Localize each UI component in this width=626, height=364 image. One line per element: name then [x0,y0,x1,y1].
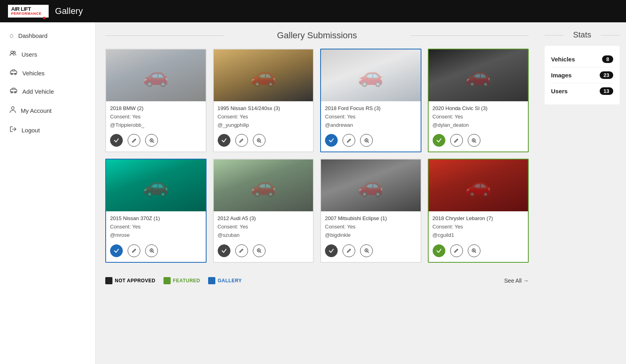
card-info-1: 2018 BMW (2) Consent: Yes @Trippierobb_ [106,101,206,131]
logo-area: AIR LIFT PERFORMANCE Gallery [8,5,83,18]
approve-btn-6[interactable] [218,244,230,257]
sidebar-label-logout: Logout [22,127,40,134]
edit-btn-7[interactable] [343,244,355,257]
card-actions-6 [214,241,313,262]
header-title: Gallery [55,6,83,16]
car-name-8: 2018 Chrysler Lebaron (7) [433,214,524,223]
logo-name: AIR LIFT [11,6,41,12]
car-name-6: 2012 Audi A5 (3) [218,214,309,223]
edit-btn-8[interactable] [450,244,463,257]
card-actions-1 [106,131,206,152]
svg-line-26 [153,252,154,253]
zoom-btn-5[interactable] [145,244,158,257]
gallery-card-8: 🚗 2018 Chrysler Lebaron (7) Consent: Yes… [428,159,529,262]
approve-btn-8[interactable] [433,244,445,257]
card-info-7: 2007 Mitsubishi Eclipse (1) Consent: Yes… [321,211,421,241]
card-actions-7 [321,241,421,262]
legend-gallery-label: GALLERY [218,278,242,283]
stat-row-users: Users 13 [551,83,613,99]
card-image-7: 🚗 [321,159,421,211]
approve-btn-3[interactable] [325,134,338,147]
see-all-link[interactable]: See All → [504,277,529,284]
edit-btn-5[interactable] [128,244,140,257]
account-icon [10,106,16,115]
approve-btn-4[interactable] [433,134,445,147]
approve-btn-1[interactable] [110,134,123,147]
sidebar-item-add-vehicle[interactable]: Add Vehicle [0,82,95,100]
username-4: @dylan_deaton [433,121,524,130]
username-7: @bigdinkle [325,231,417,240]
svg-line-18 [368,142,369,143]
card-actions-4 [429,131,528,152]
edit-btn-4[interactable] [450,134,463,147]
zoom-btn-1[interactable] [145,134,158,147]
svg-point-0 [11,51,13,53]
approve-btn-7[interactable] [325,244,338,257]
vehicles-icon [10,69,18,77]
logo: AIR LIFT PERFORMANCE [8,5,49,18]
stats-title: Stats [545,30,620,39]
zoom-btn-4[interactable] [468,134,480,147]
legend-not-approved: NOT APPROVED [105,277,156,284]
legend-gallery: GALLERY [208,277,242,284]
zoom-btn-7[interactable] [360,244,373,257]
approve-btn-2[interactable] [218,134,230,147]
home-icon: ⌂ [10,32,14,39]
sidebar-item-vehicles[interactable]: Vehicles [0,64,95,82]
card-info-8: 2018 Chrysler Lebaron (7) Consent: Yes @… [429,211,528,241]
card-info-5: 2015 Nissan 370Z (1) Consent: Yes @mrose [106,211,206,241]
gallery-card-4: 🚗 2020 Honda Civic SI (3) Consent: Yes @… [428,49,529,152]
consent-6: Consent: Yes [218,223,309,231]
car-name-2: 1995 Nissan S14/240sx (3) [218,104,309,113]
edit-btn-1[interactable] [128,134,140,147]
consent-3: Consent: Yes [325,113,417,121]
gallery-title: Gallery Submissions [105,30,529,41]
card-image-5: 🚗 [106,159,206,211]
stat-row-images: Images 23 [551,67,613,83]
car-name-1: 2018 BMW (2) [110,104,202,113]
username-8: @cguild1 [433,231,524,240]
car-name-3: 2018 Ford Focus RS (3) [325,104,417,113]
legend: NOT APPROVED FEATURED GALLERY See All → [105,271,529,286]
zoom-btn-8[interactable] [468,244,480,257]
consent-2: Consent: Yes [218,113,309,121]
app-header: AIR LIFT PERFORMANCE Gallery [0,0,626,22]
car-name-7: 2007 Mitsubishi Eclipse (1) [325,214,417,223]
stat-label-images: Images [551,72,572,79]
sidebar-item-logout[interactable]: Logout [0,120,95,140]
zoom-btn-3[interactable] [360,134,373,147]
dot-gallery [208,277,215,284]
stats-panel: Stats Vehicles 8 Images 23 Users 13 [538,22,626,364]
sidebar-item-dashboard[interactable]: ⌂ Dashboard [0,26,95,45]
svg-line-38 [475,252,476,253]
sidebar-item-my-account[interactable]: My Account [0,100,95,120]
consent-4: Consent: Yes [433,113,524,121]
legend-not-approved-label: NOT APPROVED [115,278,156,283]
username-6: @szuban [218,231,309,240]
svg-line-22 [475,142,476,143]
gallery-card-5: 🚗 2015 Nissan 370Z (1) Consent: Yes @mro… [105,159,207,262]
zoom-btn-6[interactable] [253,244,266,257]
gallery-grid: 🚗 2018 BMW (2) Consent: Yes @Trippierobb… [105,49,529,263]
card-actions-8 [429,241,528,262]
legend-featured-label: FEATURED [173,278,200,283]
stat-badge-images: 23 [600,71,613,79]
card-image-2: 🚗 [214,49,313,101]
edit-btn-6[interactable] [235,244,248,257]
gallery-card-7: 🚗 2007 Mitsubishi Eclipse (1) Consent: Y… [320,159,421,262]
username-3: @andrewan [325,121,417,130]
username-5: @mrose [110,231,202,240]
svg-line-14 [260,142,261,143]
edit-btn-2[interactable] [235,134,248,147]
logo-performance: PERFORMANCE [11,12,41,16]
consent-5: Consent: Yes [110,223,202,231]
stat-label-users: Users [551,88,568,94]
sidebar-label-dashboard: Dashboard [18,32,47,39]
approve-btn-5[interactable] [110,244,123,257]
sidebar-item-users[interactable]: Users [0,45,95,64]
edit-btn-3[interactable] [343,134,355,147]
consent-1: Consent: Yes [110,113,202,121]
svg-line-34 [368,252,369,253]
sidebar-label-add-vehicle: Add Vehicle [22,88,54,95]
zoom-btn-2[interactable] [253,134,266,147]
